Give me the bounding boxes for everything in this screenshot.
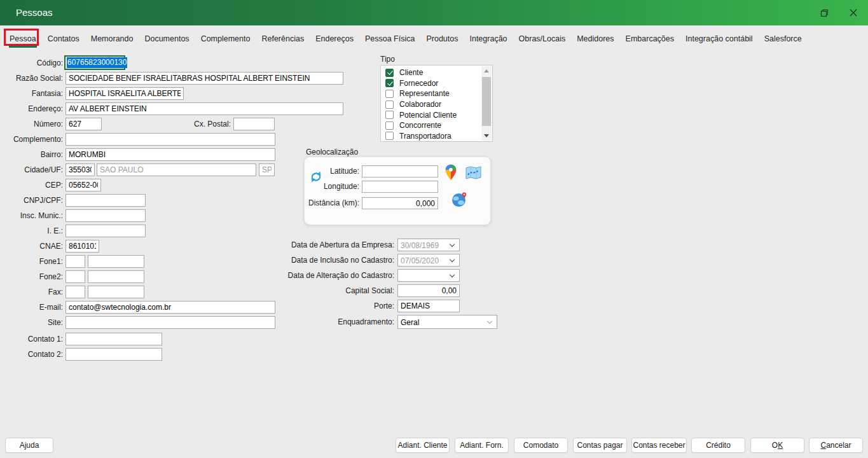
fone1-ddd-field[interactable]: [65, 255, 85, 268]
site-label: Site:: [1, 316, 63, 329]
data-abertura-label: Data de Abertura da Empresa:: [286, 239, 394, 251]
data-abertura-dropdown[interactable]: 30/08/1969: [397, 239, 460, 251]
adiant-forn-button[interactable]: Adiant. Forn.: [455, 438, 509, 453]
transportadora-checkbox[interactable]: [385, 132, 394, 140]
numero-field[interactable]: [65, 118, 102, 130]
fone1-numero-field[interactable]: [88, 255, 144, 268]
tab-complemento[interactable]: Complemento: [200, 29, 251, 48]
ok-label: O: [772, 441, 778, 450]
tipo-item-colaborador[interactable]: Colaborador: [381, 99, 492, 110]
tab-salesforce[interactable]: Salesforce: [764, 29, 803, 48]
contato2-field[interactable]: [65, 348, 162, 361]
complemento-field[interactable]: [65, 133, 275, 146]
tipo-item-transportadora[interactable]: Transportadora: [381, 131, 492, 142]
tab-enderecos[interactable]: Endereços: [315, 29, 354, 48]
tab-referencias[interactable]: Referências: [261, 29, 305, 48]
tipo-item-concorrente[interactable]: Concorrente: [381, 120, 492, 131]
fax-numero-field[interactable]: [88, 286, 144, 298]
tab-produtos[interactable]: Produtos: [425, 29, 458, 48]
tipo-label: Tipo: [380, 53, 395, 66]
contato1-field[interactable]: [65, 333, 162, 345]
tab-pessoa[interactable]: Pessoa: [9, 29, 37, 48]
fornecedor-checkbox[interactable]: [385, 79, 394, 87]
restore-button[interactable]: [809, 0, 839, 25]
data-inclusao-dropdown[interactable]: 07/05/2020: [397, 254, 460, 267]
tipo-item-representante[interactable]: Representante: [381, 88, 492, 99]
tab-embarcacoes[interactable]: Embarcações: [625, 29, 675, 48]
scroll-down-icon[interactable]: [484, 134, 489, 137]
chevron-down-icon: [450, 257, 455, 262]
tab-contatos[interactable]: Contatos: [47, 29, 80, 48]
tipo-item-potencial-cliente[interactable]: Potencial Cliente: [381, 109, 492, 120]
tipo-item-cliente[interactable]: Cliente: [381, 67, 492, 78]
capital-social-field[interactable]: [397, 284, 460, 297]
tab-medidores[interactable]: Medidores: [576, 29, 614, 48]
tab-obras-locais[interactable]: Obras/Locais: [518, 29, 567, 48]
site-field[interactable]: [65, 316, 275, 329]
ajuda-button[interactable]: Ajuda: [5, 438, 53, 453]
insc-munic-field[interactable]: [65, 209, 146, 222]
cancelar-button[interactable]: Cancelar: [809, 438, 863, 453]
distancia-field[interactable]: [362, 197, 438, 209]
enquadramento-combobox[interactable]: Geral: [397, 315, 497, 329]
fone2-numero-field[interactable]: [88, 270, 144, 283]
cliente-checkbox[interactable]: [385, 69, 394, 77]
fone2-label: Fone2:: [1, 270, 63, 283]
scrollbar-thumb[interactable]: [482, 77, 491, 126]
data-abertura-value: 30/08/1969: [401, 241, 439, 250]
colaborador-checkbox[interactable]: [385, 101, 394, 109]
email-label: E-mail:: [1, 301, 63, 314]
globe-icon[interactable]: [451, 191, 468, 211]
endereco-field[interactable]: [65, 102, 343, 115]
bairro-field[interactable]: [65, 148, 275, 161]
cidade-nome-field[interactable]: [97, 163, 256, 176]
concorrente-checkbox[interactable]: [385, 121, 394, 130]
scroll-up-icon[interactable]: [484, 69, 489, 73]
cidade-uf-label: Cidade/UF:: [1, 163, 63, 176]
chevron-down-icon: [487, 319, 492, 324]
close-icon: [850, 9, 857, 17]
ie-field[interactable]: [65, 225, 146, 237]
geolocalizacao-label: Geolocalização: [306, 148, 358, 156]
data-alteracao-dropdown[interactable]: [397, 269, 460, 282]
complemento-label: Complemento:: [1, 133, 63, 146]
cnae-field[interactable]: [65, 240, 99, 253]
cidade-codigo-field[interactable]: [65, 163, 95, 176]
representante-checkbox[interactable]: [385, 90, 394, 98]
data-inclusao-label: Data de Inclusão no Cadastro:: [286, 254, 394, 267]
enquadramento-label: Enquadramento:: [286, 316, 394, 328]
capital-social-label: Capital Social:: [286, 284, 394, 297]
credito-button[interactable]: Crédito: [691, 438, 745, 453]
ok-button[interactable]: OK: [750, 438, 804, 453]
codigo-field[interactable]: 60765823000130: [64, 55, 125, 70]
tab-memorando[interactable]: Memorando: [90, 29, 134, 48]
razao-social-field[interactable]: [65, 72, 343, 85]
porte-field[interactable]: [397, 300, 460, 312]
tipo-scrollbar[interactable]: [481, 66, 492, 141]
email-field[interactable]: [65, 301, 275, 314]
cx-postal-field[interactable]: [233, 118, 275, 130]
uf-field[interactable]: [259, 163, 275, 176]
fax-ddd-field[interactable]: [65, 286, 85, 298]
longitude-field[interactable]: [362, 181, 438, 193]
potencial-cliente-checkbox[interactable]: [385, 111, 394, 119]
contas-pagar-button[interactable]: Contas pagar: [573, 438, 627, 453]
cep-field[interactable]: [65, 179, 101, 191]
map-icon[interactable]: [465, 165, 482, 183]
comodato-button[interactable]: Comodato: [514, 438, 568, 453]
tab-integracao[interactable]: Integração: [469, 29, 507, 48]
tab-pessoa-fisica[interactable]: Pessoa Física: [364, 29, 416, 48]
close-button[interactable]: [839, 0, 868, 25]
tab-integracao-contabil[interactable]: Integração contábil: [685, 29, 754, 48]
google-maps-pin-icon[interactable]: [443, 163, 458, 184]
tipo-item-fornecedor[interactable]: Fornecedor: [381, 78, 492, 89]
latitude-field[interactable]: [362, 165, 438, 177]
adiant-cliente-button[interactable]: Adiant. Cliente: [396, 438, 450, 453]
tab-documentos[interactable]: Documentos: [144, 29, 189, 48]
cnpj-cpf-field[interactable]: [65, 194, 146, 207]
fone2-ddd-field[interactable]: [65, 270, 85, 283]
razao-social-label: Razão Social:: [1, 72, 63, 85]
fantasia-field[interactable]: [65, 87, 184, 100]
contas-receber-button[interactable]: Contas receber: [631, 438, 687, 453]
cnpj-cpf-label: CNPJ/CPF:: [1, 194, 63, 207]
